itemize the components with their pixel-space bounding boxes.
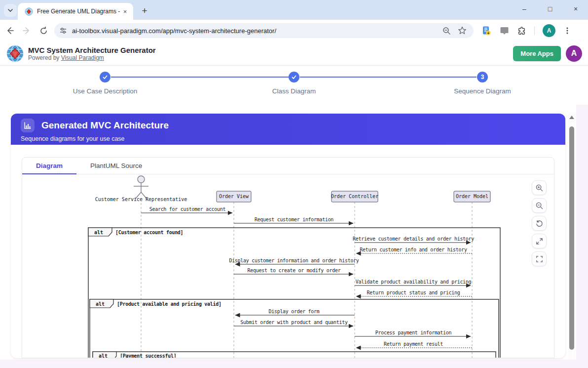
alt-operator: alt bbox=[99, 353, 108, 358]
app-header: MVC System Architecture Generator Powere… bbox=[0, 41, 588, 66]
feedback-icon[interactable] bbox=[500, 26, 509, 36]
close-button[interactable]: × bbox=[567, 2, 584, 16]
step-circle-sequence-diagram[interactable]: 3 bbox=[477, 72, 488, 82]
scrollbar-thumb[interactable] bbox=[569, 126, 574, 350]
toolbar-divider bbox=[534, 26, 535, 35]
card-banner: Generated MVC Architecture Sequence diag… bbox=[11, 114, 565, 145]
alt-fragment-labels: alt [Customer account found] alt [Produc… bbox=[88, 228, 221, 358]
app-titles: MVC System Architecture Generator Powere… bbox=[28, 46, 513, 61]
message-label: Request to create or modify order bbox=[248, 268, 341, 273]
step-label-sequence-diagram: Sequence Diagram bbox=[454, 87, 511, 95]
banner-title: Generated MVC Architecture bbox=[41, 120, 169, 131]
zoom-in-icon bbox=[536, 184, 543, 192]
message-label: Display customer information and order h… bbox=[229, 258, 359, 263]
participant-order-model: Order Model bbox=[456, 194, 488, 199]
message-label: Display order form bbox=[269, 309, 320, 314]
tab-plantuml-source[interactable]: PlantUML Source bbox=[76, 158, 156, 174]
step-connector-1 bbox=[111, 77, 289, 78]
omnibox[interactable]: ai-toolbox.visual-paradigm.com/app/mvc-s… bbox=[54, 23, 474, 38]
visual-paradigm-link[interactable]: Visual Paradigm bbox=[61, 54, 104, 61]
zoom-in-button[interactable] bbox=[532, 180, 547, 195]
back-button[interactable] bbox=[3, 24, 17, 38]
back-arrow-icon bbox=[5, 26, 14, 35]
forward-arrow-icon bbox=[22, 26, 31, 35]
step-label-use-case: Use Case Description bbox=[73, 87, 138, 95]
maximize-button[interactable]: □ bbox=[542, 2, 558, 16]
app-title: MVC System Architecture Generator bbox=[28, 46, 513, 54]
chevron-down-icon bbox=[7, 7, 13, 13]
message-label: Return payment result bbox=[384, 341, 443, 347]
browser-profile-avatar[interactable]: A bbox=[543, 24, 555, 37]
reset-view-button[interactable] bbox=[532, 216, 547, 231]
powered-by: Powered by Visual Paradigm bbox=[28, 54, 513, 61]
step-circle-class-diagram[interactable] bbox=[289, 72, 299, 82]
site-settings-icon[interactable] bbox=[59, 27, 67, 35]
tab-search-button[interactable] bbox=[4, 4, 17, 17]
panel-tabbar: Diagram PlantUML Source bbox=[22, 158, 554, 174]
reload-button[interactable] bbox=[37, 24, 50, 38]
participant-order-view: Order View bbox=[219, 194, 249, 199]
message-label: Search for customer account bbox=[149, 206, 226, 212]
alt-guard: [Payment successful] bbox=[120, 353, 176, 358]
browser-window: Free Generate UML Diagrams - × + – □ × a… bbox=[0, 0, 588, 368]
reset-icon bbox=[536, 220, 543, 227]
account-avatar[interactable]: A bbox=[566, 45, 582, 62]
message-label: Return customer info and order history bbox=[360, 247, 467, 252]
browser-tab[interactable]: Free Generate UML Diagrams - × bbox=[18, 3, 133, 20]
stepper: 3 Use Case Description Class Diagram Seq… bbox=[0, 66, 588, 105]
tab-close-button[interactable]: × bbox=[121, 7, 129, 16]
actor-figure bbox=[134, 176, 148, 199]
message-label: Retrieve customer details and order hist… bbox=[353, 236, 474, 242]
message-label: Return product status and pricing bbox=[367, 290, 460, 295]
diagram-panel: Diagram PlantUML Source bbox=[22, 157, 554, 358]
alt-operator: alt bbox=[96, 301, 105, 307]
extension-icons: A bbox=[481, 24, 571, 37]
zoom-out-magnifier-icon[interactable] bbox=[442, 27, 451, 35]
visual-paradigm-logo bbox=[6, 44, 24, 63]
step-label-class-diagram: Class Diagram bbox=[272, 87, 316, 95]
sequence-diagram: Customer Service Representative Order Vi… bbox=[22, 174, 554, 358]
actor-label: Customer Service Representative bbox=[95, 197, 187, 202]
browser-toolbar: ai-toolbox.visual-paradigm.com/app/mvc-s… bbox=[0, 20, 588, 41]
tab-diagram[interactable]: Diagram bbox=[22, 158, 76, 174]
banner-chip bbox=[21, 119, 35, 132]
page-scrollbar[interactable] bbox=[568, 113, 576, 360]
tab-title: Free Generate UML Diagrams - bbox=[37, 8, 121, 15]
more-apps-button[interactable]: More Apps bbox=[513, 46, 561, 61]
visual-paradigm-favicon bbox=[25, 7, 33, 16]
powered-by-text: Powered by bbox=[28, 54, 61, 61]
alt-operator: alt bbox=[94, 230, 103, 235]
diagram-zoom-controls bbox=[532, 180, 547, 266]
bookmark-star-icon[interactable] bbox=[458, 26, 467, 35]
message-label: Validate product availability and pricin… bbox=[356, 279, 472, 285]
zoom-out-icon bbox=[536, 202, 543, 209]
alt-guard: [Product available and pricing valid] bbox=[117, 301, 221, 307]
scrollbar-up-arrow[interactable] bbox=[569, 116, 574, 119]
minimize-button[interactable]: – bbox=[516, 2, 533, 16]
reload-icon bbox=[39, 27, 48, 35]
participant-order-controller: Order Controller bbox=[331, 194, 378, 199]
kebab-menu-icon[interactable] bbox=[563, 27, 571, 35]
forward-button[interactable] bbox=[20, 24, 34, 38]
check-icon bbox=[291, 74, 297, 80]
omnibox-icons bbox=[442, 26, 467, 35]
window-controls: – □ × bbox=[516, 2, 584, 16]
fullscreen-button[interactable] bbox=[532, 251, 547, 266]
tab-strip: Free Generate UML Diagrams - × + – □ × bbox=[0, 0, 588, 20]
zoom-out-button[interactable] bbox=[532, 198, 547, 213]
message-label: Request customer information bbox=[255, 217, 333, 222]
diagram-viewport[interactable]: Customer Service Representative Order Vi… bbox=[22, 174, 554, 358]
check-icon bbox=[102, 74, 108, 80]
banner-subtitle: Sequence diagrams for your use case bbox=[21, 135, 555, 142]
alt-guard: [Customer account found] bbox=[115, 230, 183, 235]
url-text[interactable]: ai-toolbox.visual-paradigm.com/app/mvc-s… bbox=[72, 27, 442, 35]
step-circle-use-case[interactable] bbox=[100, 72, 110, 82]
message-label: Process payment information bbox=[375, 330, 452, 335]
reader-extension-icon[interactable] bbox=[481, 26, 492, 36]
extensions-puzzle-icon[interactable] bbox=[517, 26, 526, 36]
bar-chart-icon bbox=[24, 122, 32, 129]
step-connector-2 bbox=[300, 77, 477, 78]
new-tab-button[interactable]: + bbox=[138, 4, 151, 17]
expand-button[interactable] bbox=[532, 234, 547, 248]
expand-icon bbox=[536, 238, 543, 245]
